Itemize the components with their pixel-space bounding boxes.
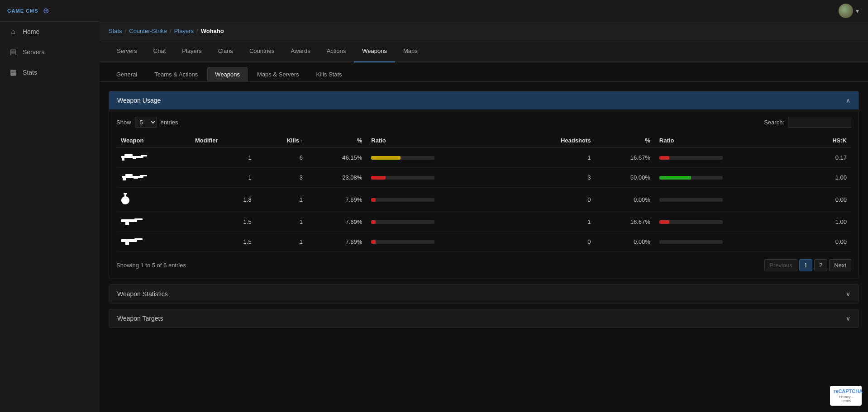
tab-teams-actions[interactable]: Teams & Actions xyxy=(147,67,205,82)
hs-pct-cell: 50.00% xyxy=(595,168,654,188)
weapon-cell xyxy=(116,168,191,188)
hsk-cell: 0.00 xyxy=(803,232,851,252)
weapon-statistics-header[interactable]: Weapon Statistics ∨ xyxy=(109,285,858,303)
svg-rect-12 xyxy=(124,194,126,198)
topbar: ▾ xyxy=(100,0,868,22)
weapon-cell xyxy=(116,188,191,212)
page-1-button[interactable]: 1 xyxy=(799,259,812,271)
hsk-cell: 1.00 xyxy=(803,212,851,232)
show-entries: Show 5 10 25 entries xyxy=(116,117,178,128)
sidebar-item-home-label: Home xyxy=(23,28,39,35)
sidebar-item-home[interactable]: ⌂ Home xyxy=(0,22,100,42)
recaptcha-logo: reCAPTCHA xyxy=(834,388,858,394)
svg-rect-21 xyxy=(122,240,124,242)
kills-ratio-bar-bg xyxy=(371,176,434,180)
weapon-statistics-collapse-icon: ∨ xyxy=(846,290,850,298)
search-label: Search: xyxy=(764,119,784,126)
modifier-cell: 1.5 xyxy=(191,212,256,232)
sidebar-item-servers[interactable]: ▤ Servers xyxy=(0,42,100,62)
breadcrumb-sep-1: / xyxy=(125,28,127,34)
col-kills[interactable]: Kills xyxy=(256,133,307,148)
entries-label: entries xyxy=(161,119,178,126)
kills-pct-cell: 7.69% xyxy=(307,212,367,232)
primary-nav-countries[interactable]: Countries xyxy=(241,40,283,62)
weapon-statistics-title: Weapon Statistics xyxy=(117,290,168,298)
sidebar-logo: GAME CMS ⊕ xyxy=(0,0,100,22)
weapon-targets-panel: Weapon Targets ∨ xyxy=(109,309,859,328)
col-hs-ratio[interactable]: Ratio xyxy=(655,133,803,148)
tab-maps-servers[interactable]: Maps & Servers xyxy=(249,67,306,82)
primary-nav-maps[interactable]: Maps xyxy=(395,40,426,62)
primary-nav-weapons[interactable]: Weapons xyxy=(354,40,395,62)
col-headshots[interactable]: Headshots xyxy=(515,133,595,148)
user-menu[interactable]: ▾ xyxy=(839,4,859,18)
primary-nav-servers[interactable]: Servers xyxy=(109,40,145,62)
svg-rect-4 xyxy=(133,156,136,159)
sidebar-item-stats-label: Stats xyxy=(23,69,37,76)
topbar-chevron-icon: ▾ xyxy=(856,7,859,14)
col-hs-pct[interactable]: % xyxy=(595,133,654,148)
ratio-bar-cell xyxy=(367,232,515,252)
weapon-icon-grenade xyxy=(121,192,130,206)
breadcrumb-players[interactable]: Players xyxy=(174,28,194,34)
breadcrumb-cs[interactable]: Counter-Strike xyxy=(129,28,167,34)
tab-weapons[interactable]: Weapons xyxy=(207,67,248,82)
table-controls: Show 5 10 25 entries Search: xyxy=(116,117,851,128)
hs-pct-cell: 0.00% xyxy=(595,232,654,252)
weapon-usage-collapse-icon: ∧ xyxy=(846,97,850,104)
col-ratio[interactable]: Ratio xyxy=(367,133,515,148)
svg-rect-7 xyxy=(125,174,133,176)
weapon-targets-header[interactable]: Weapon Targets ∨ xyxy=(109,309,858,327)
page-2-button[interactable]: 2 xyxy=(814,259,827,271)
weapon-usage-header[interactable]: Weapon Usage ∧ xyxy=(109,91,858,109)
prev-button[interactable]: Previous xyxy=(764,259,797,271)
primary-nav: Servers Chat Players Clans Countries Awa… xyxy=(100,40,868,62)
col-modifier[interactable]: Modifier xyxy=(191,133,256,148)
breadcrumb-stats[interactable]: Stats xyxy=(109,28,122,34)
next-button[interactable]: Next xyxy=(829,259,851,271)
search-input[interactable] xyxy=(788,117,851,128)
servers-icon: ▤ xyxy=(9,47,17,56)
primary-nav-chat[interactable]: Chat xyxy=(145,40,174,62)
col-kills-pct[interactable]: % xyxy=(307,133,367,148)
sidebar-item-servers-label: Servers xyxy=(23,48,44,56)
kills-ratio-bar-fill xyxy=(371,156,400,160)
hs-pct-cell: 0.00% xyxy=(595,188,654,212)
col-hsk[interactable]: HS:K xyxy=(803,133,851,148)
hs-ratio-bar-bg xyxy=(659,240,723,244)
hs-pct-cell: 16.67% xyxy=(595,148,654,168)
hs-ratio-bar-bg xyxy=(659,176,723,180)
col-weapon[interactable]: Weapon xyxy=(116,133,191,148)
sidebar-item-stats[interactable]: ▦ Stats xyxy=(0,62,100,82)
primary-nav-clans[interactable]: Clans xyxy=(210,40,241,62)
tab-kills-stats[interactable]: Kills Stats xyxy=(309,67,350,82)
modifier-cell: 1.8 xyxy=(191,188,256,212)
svg-rect-17 xyxy=(122,220,124,222)
hs-ratio-bar-bg xyxy=(659,156,723,160)
ratio-bar-cell xyxy=(367,212,515,232)
kills-pct-cell: 23.08% xyxy=(307,168,367,188)
primary-nav-players[interactable]: Players xyxy=(174,40,210,62)
headshots-cell: 3 xyxy=(515,168,595,188)
pagination: Showing 1 to 5 of 6 entries Previous 1 2… xyxy=(116,259,851,271)
hs-ratio-bar-fill xyxy=(659,176,691,180)
discord-icon: ⊕ xyxy=(43,6,49,15)
hsk-cell: 0.00 xyxy=(803,188,851,212)
sidebar-nav: ⌂ Home ▤ Servers ▦ Stats xyxy=(0,22,100,82)
home-icon: ⌂ xyxy=(9,28,17,36)
table-row: 1646.15% 116.67% 0.17 xyxy=(116,148,851,168)
headshots-cell: 1 xyxy=(515,212,595,232)
primary-nav-actions[interactable]: Actions xyxy=(319,40,354,62)
primary-nav-awards[interactable]: Awards xyxy=(283,40,319,62)
svg-rect-19 xyxy=(125,241,129,245)
entries-select[interactable]: 5 10 25 xyxy=(135,117,157,128)
weapon-cell xyxy=(116,212,191,232)
weapon-cell xyxy=(116,232,191,252)
tab-general[interactable]: General xyxy=(109,67,145,82)
svg-rect-1 xyxy=(124,154,133,157)
kills-cell: 6 xyxy=(256,148,307,168)
kills-ratio-bar-fill xyxy=(371,176,386,180)
ratio-bar-cell xyxy=(367,148,515,168)
weapon-icon-m4a1 xyxy=(121,172,148,181)
ratio-bar-cell xyxy=(367,188,515,212)
